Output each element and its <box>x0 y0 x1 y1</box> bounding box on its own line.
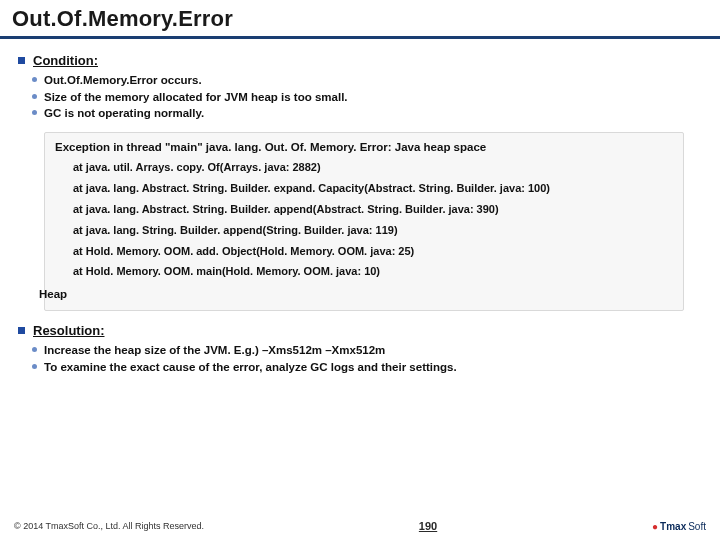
resolution-heading: Resolution: <box>33 323 105 338</box>
square-bullet-icon <box>18 327 25 334</box>
condition-bullets: Out.Of.Memory.Error occurs. Size of the … <box>32 72 702 122</box>
list-item: Out.Of.Memory.Error occurs. <box>32 72 702 89</box>
list-item: Increase the heap size of the JVM. E.g.)… <box>32 342 702 359</box>
list-item: Size of the memory allocated for JVM hea… <box>32 89 702 106</box>
stack-trace-line: at Hold. Memory. OOM. add. Object(Hold. … <box>73 241 673 262</box>
resolution-heading-row: Resolution: <box>18 323 702 338</box>
copyright-text: © 2014 TmaxSoft Co., Ltd. All Rights Res… <box>14 521 204 531</box>
stack-trace-line: at java. util. Arrays. copy. Of(Arrays. … <box>73 157 673 178</box>
stack-trace-line: at java. lang. String. Builder. append(S… <box>73 220 673 241</box>
exception-line: Exception in thread "main" java. lang. O… <box>55 141 673 153</box>
list-item: To examine the exact cause of the error,… <box>32 359 702 376</box>
title-bar: Out.Of.Memory.Error <box>0 0 720 39</box>
stack-trace-line: at java. lang. Abstract. String. Builder… <box>73 178 673 199</box>
list-item: GC is not operating normally. <box>32 105 702 122</box>
logo-dot-icon: ● <box>652 521 658 532</box>
console-output: Exception in thread "main" java. lang. O… <box>44 132 684 311</box>
slide-content: Condition: Out.Of.Memory.Error occurs. S… <box>0 39 720 540</box>
slide-title: Out.Of.Memory.Error <box>12 6 708 32</box>
square-bullet-icon <box>18 57 25 64</box>
slide-footer: © 2014 TmaxSoft Co., Ltd. All Rights Res… <box>0 520 720 532</box>
page-number: 190 <box>204 520 652 532</box>
slide: Out.Of.Memory.Error Condition: Out.Of.Me… <box>0 0 720 540</box>
logo-text-suffix: Soft <box>688 521 706 532</box>
condition-heading: Condition: <box>33 53 98 68</box>
stack-trace-line: at java. lang. Abstract. String. Builder… <box>73 199 673 220</box>
resolution-bullets: Increase the heap size of the JVM. E.g.)… <box>32 342 702 375</box>
tmaxsoft-logo: ● TmaxSoft <box>652 521 706 532</box>
condition-heading-row: Condition: <box>18 53 702 68</box>
logo-text-main: Tmax <box>660 521 686 532</box>
heap-label: Heap <box>39 288 673 300</box>
stack-trace-line: at Hold. Memory. OOM. main(Hold. Memory.… <box>73 261 673 282</box>
